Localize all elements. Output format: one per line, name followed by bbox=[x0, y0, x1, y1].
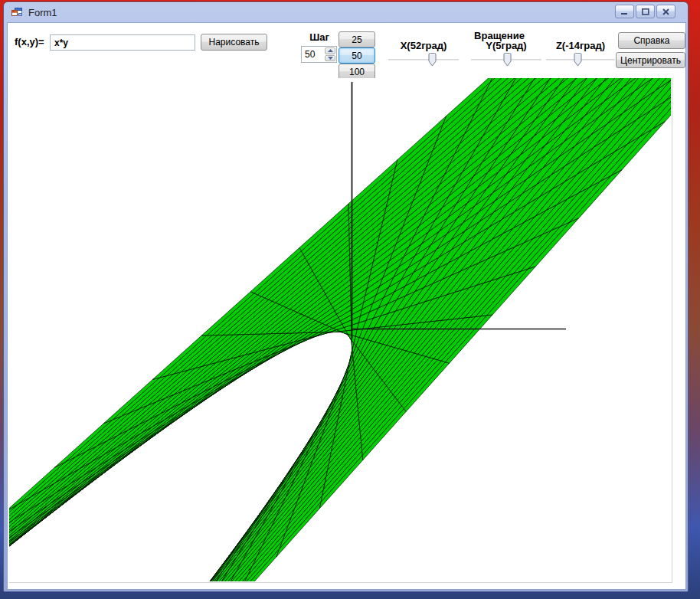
help-button[interactable]: Справка bbox=[618, 32, 685, 49]
slider-x-label: X(52град) bbox=[376, 40, 471, 51]
function-label: f(x,y)= bbox=[15, 36, 44, 47]
step-25-button[interactable]: 25 bbox=[339, 31, 375, 47]
window-titlebar[interactable]: Form1 bbox=[4, 2, 688, 22]
surface-plot-canvas bbox=[9, 78, 671, 581]
form-icon bbox=[11, 6, 23, 18]
client-area: f(x,y)= x*y Нарисовать Шаг 50 25 50 100 … bbox=[7, 22, 686, 590]
maximize-icon bbox=[642, 8, 649, 15]
step-50-button[interactable]: 50 bbox=[339, 47, 375, 64]
slider-z-label: Z(-14град) bbox=[537, 40, 624, 51]
rotation-y-slider[interactable] bbox=[471, 52, 541, 67]
draw-button[interactable]: Нарисовать bbox=[201, 34, 267, 51]
rotation-x-slider[interactable] bbox=[388, 52, 459, 67]
slider-thumb-y[interactable] bbox=[503, 53, 512, 67]
minimize-button[interactable] bbox=[615, 5, 634, 18]
step-up-button[interactable] bbox=[325, 47, 335, 54]
step-100-button[interactable]: 100 bbox=[339, 64, 375, 80]
function-input[interactable]: x*y bbox=[50, 34, 195, 51]
step-down-button[interactable] bbox=[325, 55, 335, 62]
step-label: Шаг bbox=[302, 31, 337, 43]
slider-thumb-z[interactable] bbox=[574, 53, 582, 67]
slider-y-label: Y(5град) bbox=[465, 40, 548, 51]
close-icon bbox=[662, 8, 669, 15]
app-window: Form1 f(x,y)= x*y Нарисовать Шаг 50 bbox=[3, 2, 689, 592]
step-input[interactable]: 50 bbox=[301, 46, 337, 63]
minimize-icon bbox=[621, 8, 628, 15]
rotation-z-slider[interactable] bbox=[546, 52, 615, 67]
desktop-background: Form1 f(x,y)= x*y Нарисовать Шаг 50 bbox=[0, 0, 700, 599]
arrow-up-icon bbox=[328, 49, 333, 52]
close-button[interactable] bbox=[656, 5, 675, 18]
window-title: Form1 bbox=[28, 7, 57, 18]
center-button[interactable]: Центрировать bbox=[616, 52, 685, 68]
slider-thumb-x[interactable] bbox=[428, 53, 437, 67]
slider-track[interactable] bbox=[388, 59, 459, 61]
step-value: 50 bbox=[302, 49, 325, 60]
plot-area bbox=[9, 78, 672, 583]
arrow-down-icon bbox=[328, 57, 333, 60]
maximize-button[interactable] bbox=[636, 5, 655, 18]
